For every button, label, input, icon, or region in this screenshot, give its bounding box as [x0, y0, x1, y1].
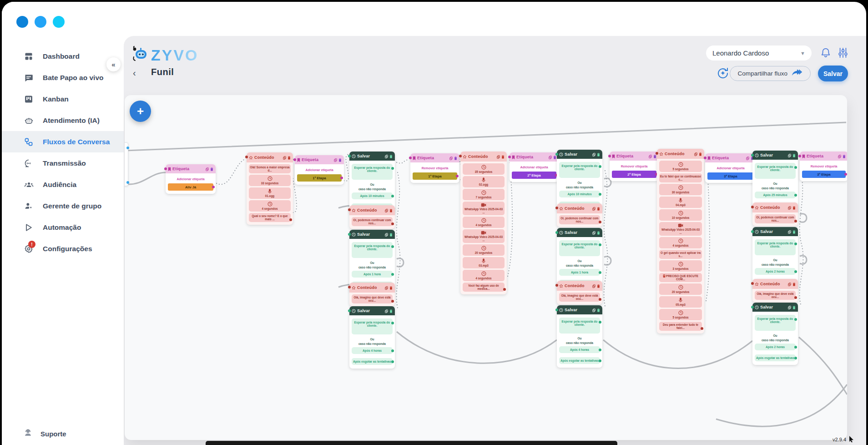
output-connector-dot[interactable] — [391, 167, 394, 170]
wait-for-reply-row[interactable]: Esperar pela resposta do cliente. — [352, 319, 393, 334]
content-row-clock[interactable]: 7 segundos — [463, 189, 505, 200]
output-connector-dot[interactable] — [599, 359, 601, 362]
salvar-node[interactable]: SalvarEsperar pela resposta do cliente.O… — [752, 303, 798, 365]
trash-icon[interactable] — [792, 203, 796, 212]
content-row-text[interactable]: Oi, podemos continuar com nos... — [755, 214, 796, 223]
trash-icon[interactable] — [597, 228, 600, 237]
duplicate-icon[interactable] — [788, 228, 791, 236]
wait-for-reply-row[interactable]: Esperar pela resposta do cliente. — [352, 164, 393, 180]
wait-for-reply-row[interactable]: Esperar pela resposta do cliente. — [755, 239, 796, 255]
etiqueta-node[interactable]: EtiquetaRemover etiqueta1ª Etapa — [410, 153, 459, 183]
conteudo-node[interactable]: Conteúdo35 segundos02.ogg7 segundosWhats… — [460, 152, 507, 294]
output-connector-dot[interactable] — [126, 181, 129, 184]
duplicate-icon[interactable] — [649, 152, 652, 160]
input-connector-dot[interactable] — [751, 206, 754, 208]
output-connector-dot[interactable] — [599, 165, 601, 168]
back-chevron-icon[interactable]: ‹ — [133, 68, 136, 78]
sidebar-item-gerente-de-grupo[interactable]: Gerente de grupo — [2, 195, 124, 217]
content-row-audio[interactable]: 01.ogg — [249, 187, 291, 199]
content-row-audio[interactable]: 02.ogg — [463, 176, 505, 187]
output-connector-dot[interactable] — [794, 166, 797, 169]
trash-icon[interactable] — [792, 228, 796, 236]
output-connector-dot[interactable] — [599, 271, 601, 274]
duplicate-icon[interactable] — [694, 150, 697, 158]
wait-for-reply-row[interactable]: Esperar pela resposta do cliente. — [352, 242, 393, 258]
input-connector-dot[interactable] — [555, 153, 558, 156]
output-connector-dot[interactable] — [599, 221, 601, 223]
trash-icon[interactable] — [597, 282, 600, 290]
output-connector-dot[interactable] — [126, 147, 129, 149]
input-connector-dot[interactable] — [751, 154, 754, 157]
output-connector-dot[interactable] — [794, 357, 797, 359]
input-connector-dot[interactable] — [348, 309, 351, 312]
input-connector-dot[interactable] — [555, 284, 558, 287]
wait-for-reply-row[interactable]: Esperar pela resposta do cliente. — [755, 315, 796, 331]
trash-icon[interactable] — [501, 152, 505, 161]
content-row-text[interactable]: Você faz algum uso de medica... — [463, 283, 505, 292]
trash-icon[interactable] — [597, 150, 600, 158]
conteudo-node[interactable]: ConteúdoOlá, imagino que deve está ocu..… — [752, 279, 798, 303]
salvar-node[interactable]: SalvarEsperar pela resposta do cliente.O… — [349, 152, 395, 214]
trash-icon[interactable] — [389, 206, 393, 214]
etiqueta-node[interactable]: EtiquetaAdicionar etiquetaAliv Já — [166, 164, 216, 194]
output-connector-dot[interactable] — [794, 318, 797, 321]
duplicate-icon[interactable] — [283, 153, 286, 162]
input-connector-dot[interactable] — [555, 308, 558, 311]
output-connector-dot[interactable] — [391, 222, 394, 225]
input-connector-dot[interactable] — [751, 306, 754, 308]
conteudo-node[interactable]: ConteúdoOi, podemos continuar com nos... — [349, 205, 395, 229]
input-connector-dot[interactable] — [348, 208, 351, 211]
sidebar-item-fluxos-de-conversa[interactable]: Fluxos de Conversa — [2, 131, 124, 152]
input-connector-dot[interactable] — [555, 231, 558, 234]
output-connector-dot[interactable] — [701, 327, 703, 330]
input-connector-dot[interactable] — [293, 158, 296, 161]
timeout-row[interactable]: Após 2 horas — [755, 344, 796, 350]
output-connector-dot[interactable] — [794, 270, 797, 273]
share-flow-button[interactable]: Compartilhar fluxo — [730, 66, 811, 81]
duplicate-icon[interactable] — [592, 204, 595, 212]
content-row-clock[interactable]: 4 segundos — [659, 237, 702, 248]
conteudo-node[interactable]: ConteúdoOlá, imagino que deve está ocu..… — [557, 281, 602, 304]
timeout-row[interactable]: Após 1 hora — [352, 271, 393, 278]
timeout-row[interactable]: Após 10 minutos — [559, 191, 600, 197]
content-row-text[interactable]: Oi, podemos continuar com nos... — [559, 215, 600, 224]
conteudo-node[interactable]: Conteúdo5 segundosEu te falei que se con… — [657, 149, 704, 334]
content-row-text[interactable]: Olá, imagino que deve está ocu... — [755, 291, 796, 300]
etiqueta-tag[interactable]: 1ª Etapa — [413, 172, 457, 180]
wait-for-reply-row[interactable]: Esperar pela resposta do cliente. — [559, 240, 600, 256]
trash-icon[interactable] — [389, 152, 393, 160]
notifications-bell-icon[interactable] — [821, 47, 831, 60]
duplicate-icon[interactable] — [592, 306, 595, 314]
flow-canvas[interactable]: + EtiquetaAdicionar etiquetaAliv JáConte… — [125, 95, 847, 440]
timeout-row[interactable]: Após 1 hora — [559, 269, 600, 276]
content-row-text[interactable]: Deu para entender tudo te falei... — [659, 322, 702, 331]
content-row-doc[interactable]: PRECISO QUE ESCUTE COM... — [659, 273, 702, 282]
content-row-text[interactable]: Oi, podemos continuar com nos... — [352, 217, 393, 226]
etiqueta-node[interactable]: EtiquetaAdicionar etiqueta3ª Etapa — [705, 153, 756, 183]
timeout-row[interactable]: Após 25 minutos — [755, 192, 796, 198]
input-connector-dot[interactable] — [798, 155, 801, 157]
content-row-clock[interactable]: 5 segundos — [659, 309, 702, 320]
output-connector-dot[interactable] — [391, 349, 394, 352]
output-connector-dot[interactable] — [599, 321, 601, 324]
exhaust-attempts-row[interactable]: Após esgotar as tentativas — [352, 358, 393, 365]
trash-icon[interactable] — [338, 156, 342, 164]
trash-icon[interactable] — [792, 151, 796, 159]
duplicate-icon[interactable] — [592, 228, 595, 237]
output-connector-dot[interactable] — [212, 186, 215, 188]
content-row-clock[interactable]: 20 segundos — [463, 244, 505, 256]
content-row-video[interactable]: WhatsApp Video 2025-04-03 ... — [659, 222, 702, 236]
output-connector-dot[interactable] — [599, 243, 601, 246]
sidebar-collapse-button[interactable]: « — [106, 57, 121, 71]
trash-icon[interactable] — [454, 154, 457, 162]
etiqueta-node[interactable]: EtiquetaAdicionar etiqueta1ª Etapa — [295, 155, 344, 185]
duplicate-icon[interactable] — [449, 154, 453, 162]
content-row-clock[interactable]: 4 segundos — [463, 270, 505, 281]
trash-icon[interactable] — [792, 303, 796, 311]
output-connector-dot[interactable] — [391, 322, 394, 324]
filters-sliders-icon[interactable] — [838, 47, 848, 60]
output-connector-dot[interactable] — [391, 300, 394, 303]
output-connector-dot[interactable] — [599, 298, 601, 301]
exhaust-attempts-row[interactable]: Após esgotar as tentativas — [755, 354, 796, 361]
output-connector-dot[interactable] — [289, 218, 292, 221]
